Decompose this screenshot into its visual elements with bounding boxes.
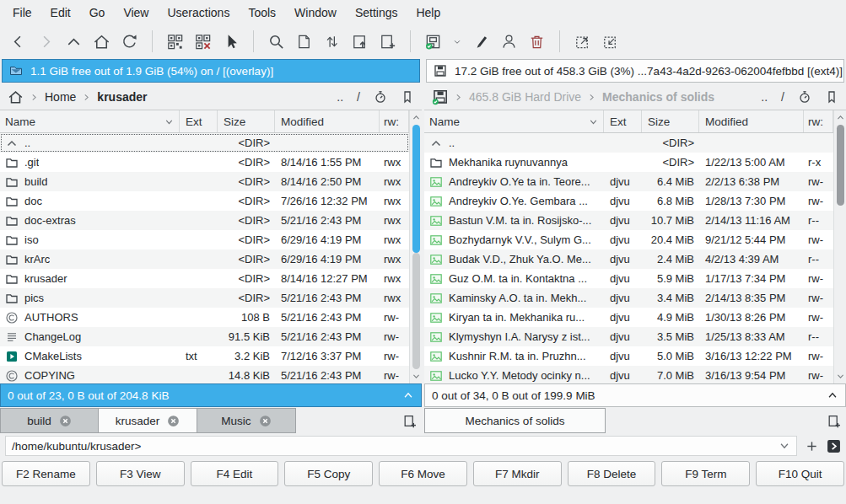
file-row[interactable]: Bastun V.M. ta in. Rosijsko-... djvu 10.… [424,211,833,230]
new-file-icon[interactable] [378,32,397,51]
select-mode-icon[interactable] [221,32,240,51]
maximize-panel-icon[interactable] [573,32,592,51]
breadcrumb-segment[interactable]: krusader [97,90,147,104]
menu-item-settings[interactable]: Settings [346,3,407,23]
restore-panel-icon[interactable] [601,32,620,51]
file-row[interactable]: COPYING 14.8 KiB 5/21/16 2:43 PM rw- [0,366,409,383]
menu-item-file[interactable]: File [3,3,41,23]
close-tab-icon[interactable] [59,415,72,427]
fkey-button-f4[interactable]: F4 Edit [191,461,279,486]
trash-icon[interactable] [527,32,547,51]
panel-tab[interactable]: krusader [99,408,197,433]
scrollbar-thumb[interactable] [412,125,420,253]
menu-item-tools[interactable]: Tools [239,3,285,23]
file-row[interactable]: Guz O.M. ta in. Kontaktna ... djvu 5.9 M… [424,269,833,288]
file-row[interactable]: doc-extras <DIR> 5/21/16 2:43 PM rwx [0,211,409,230]
fkey-button-f2[interactable]: F2 Rename [2,461,90,486]
fkey-button-f10[interactable]: F10 Quit [756,461,844,486]
file-row[interactable]: Lucko Y.Y. Metody ocinky n... djvu 7.0 M… [424,366,833,383]
fkey-button-f9[interactable]: F9 Term [661,461,750,486]
file-row[interactable]: Klymyshyn I.A. Narysy z ist... djvu 3.5 … [424,327,833,346]
fkey-button-f5[interactable]: F5 Copy [284,461,373,486]
file-row[interactable]: Kushnir R.M. ta in. Pruzhn... djvu 5.0 M… [424,346,833,366]
menu-item-help[interactable]: Help [407,3,450,23]
file-row[interactable]: CMakeLists txt 3.2 KiB 7/12/16 3:37 PM r… [0,346,409,366]
history-icon[interactable] [798,90,811,104]
view-file-icon[interactable] [294,32,314,51]
panel-tab[interactable]: Music [197,408,296,433]
menu-item-view[interactable]: View [114,3,158,23]
disk-usage-button-left[interactable]: 1.1 GiB free out of 1.9 GiB (54%) on / [… [2,59,420,83]
scrollbar-thumb[interactable] [837,125,844,206]
dropdown-chevron-icon[interactable] [451,32,463,51]
refresh-icon[interactable] [120,32,139,51]
scrollbar[interactable] [409,110,422,383]
column-name[interactable]: Name [424,110,604,132]
file-row[interactable]: Bozhydarnyk V.V., Sulym G... djvu 20.4 M… [424,230,833,249]
file-row[interactable]: .git <DIR> 8/14/16 1:55 PM rwx [0,153,409,172]
nav-forward-icon[interactable] [36,32,56,51]
history-dropdown-icon[interactable] [779,440,790,452]
file-row[interactable]: Budak V.D., Zhuk Ya.O. Me... djvu 2.4 Mi… [424,249,833,269]
file-row[interactable]: .. <DIR> [424,133,833,153]
breadcrumb-segment[interactable]: 465.8 GiB Hard Drive [469,90,581,104]
new-tab-icon[interactable] [827,414,841,428]
search-icon[interactable] [267,32,286,51]
root-button[interactable]: / [357,90,360,104]
history-icon[interactable] [374,90,387,104]
column-ext[interactable]: Ext [180,110,218,132]
file-row[interactable]: ChangeLog 91.5 KiB 5/21/16 2:43 PM rw- [0,327,409,346]
column-ext[interactable]: Ext [604,110,642,132]
run-terminal-icon[interactable] [827,439,841,453]
nav-up-icon[interactable] [64,32,84,51]
fkey-button-f3[interactable]: F3 View [96,461,185,486]
column-permissions[interactable]: rw: [804,110,833,132]
mounted-drive-icon[interactable] [432,89,448,105]
close-tab-icon[interactable] [167,415,180,427]
file-row[interactable]: iso <DIR> 6/29/16 4:19 PM rwx [0,230,409,249]
home-icon[interactable] [8,89,24,105]
home-icon[interactable] [92,32,111,51]
file-row[interactable]: Andreykiv O.Ye. Gembara ... djvu 6.8 MiB… [424,191,833,211]
fkey-button-f8[interactable]: F8 Delete [568,461,656,486]
file-row[interactable]: doc <DIR> 7/26/16 12:32 PM rwx [0,191,409,211]
bookmark-icon[interactable] [401,90,414,104]
updirs-button[interactable]: .. [761,90,768,104]
scroll-up-icon[interactable] [412,113,421,122]
file-row[interactable]: krArc <DIR> 6/29/16 4:19 PM rwx [0,249,409,269]
column-name[interactable]: Name [0,110,180,132]
menu-item-go[interactable]: Go [80,3,115,23]
select-group-icon[interactable] [165,32,185,51]
menu-item-useractions[interactable]: Useractions [158,3,239,23]
file-row[interactable]: Andreykiv O.Ye ta in. Teore... djvu 6.4 … [424,172,833,191]
fkey-button-f6[interactable]: F6 Move [379,461,467,486]
command-line-input[interactable]: /home/kubuntu/krusader> [5,436,797,456]
menu-item-window[interactable]: Window [285,3,346,23]
add-icon[interactable] [806,440,818,453]
unselect-group-icon[interactable] [193,32,213,51]
root-button[interactable]: / [781,90,784,104]
scrollbar[interactable] [833,110,846,383]
file-row[interactable]: Kaminsky A.O. ta in. Mekh... djvu 3.4 Mi… [424,288,833,308]
column-size[interactable]: Size [642,110,699,132]
disk-usage-button-right[interactable]: 17.2 GiB free out of 458.3 GiB (3%) ...7… [426,59,844,83]
menu-item-edit[interactable]: Edit [41,3,80,23]
column-permissions[interactable]: rw: [380,110,409,132]
copy-file-icon[interactable] [350,32,369,51]
user-icon[interactable] [499,32,519,51]
file-row[interactable]: AUTHORS 108 B 5/21/16 2:43 PM rw- [0,308,409,327]
file-row[interactable]: build <DIR> 8/14/16 2:50 PM rwx [0,172,409,191]
column-modified[interactable]: Modified [275,110,380,132]
breadcrumb-segment[interactable]: Home [45,90,76,104]
scroll-down-icon[interactable] [412,372,421,381]
fkey-button-f7[interactable]: F7 Mkdir [473,461,562,486]
file-row[interactable]: Kiryan ta in. Mekhanika ru... djvu 4.9 M… [424,308,833,327]
column-size[interactable]: Size [218,110,275,132]
swap-panels-icon[interactable] [322,32,342,51]
nav-back-icon[interactable] [8,32,28,51]
mount-manager-icon[interactable] [423,32,443,51]
close-tab-icon[interactable] [259,415,272,427]
new-tab-icon[interactable] [402,414,417,428]
status-collapse-icon[interactable] [827,389,838,401]
bookmark-icon[interactable] [825,90,838,104]
